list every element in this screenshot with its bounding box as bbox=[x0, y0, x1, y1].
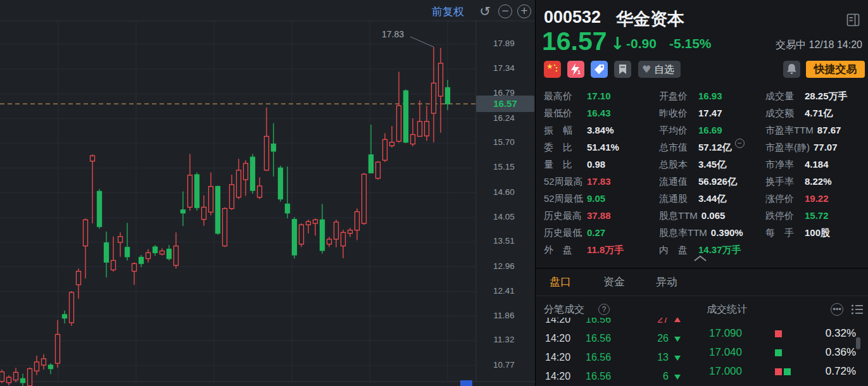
candle-body bbox=[21, 378, 25, 382]
adjust-mode-link[interactable]: 前复权 bbox=[432, 4, 464, 19]
candle-body bbox=[369, 155, 374, 173]
flash-level-icon: 1 bbox=[567, 61, 584, 78]
stat-value: 3.84% bbox=[587, 121, 614, 139]
volume-stats-title: 成交统计 bbox=[707, 303, 747, 316]
panel-layout-icon[interactable] bbox=[846, 13, 860, 27]
candle-body bbox=[56, 334, 60, 363]
candle-body bbox=[258, 186, 262, 197]
tape-quantity: 27 bbox=[618, 318, 669, 327]
tape-row: 14:2016.566 bbox=[536, 369, 698, 384]
zoom-in-icon[interactable]: + bbox=[517, 4, 531, 18]
stat-label: 总市值 bbox=[659, 139, 695, 156]
more-options-icon[interactable]: ••• bbox=[831, 303, 843, 316]
stat-row: 成交量28.25万手 bbox=[765, 87, 865, 104]
stat-row: 成交额4.71亿 bbox=[765, 104, 865, 121]
candle-body bbox=[174, 246, 179, 266]
volume-stats-list[interactable]: 17.0900.32%17.0400.36%17.0000.72% bbox=[700, 318, 865, 386]
y-axis-tick: 15.70 bbox=[477, 137, 531, 147]
down-triangle-icon bbox=[674, 375, 681, 380]
stat-row: 市盈率TTM87.67 bbox=[765, 121, 865, 139]
stat-label: 成交额 bbox=[765, 104, 801, 121]
y-axis-tick: 15.15 bbox=[477, 162, 531, 171]
candle-body bbox=[160, 251, 165, 254]
tab-2[interactable]: 资金 bbox=[603, 275, 625, 289]
candle-body bbox=[139, 258, 144, 264]
candle-body bbox=[0, 372, 4, 382]
candle-body bbox=[320, 220, 325, 250]
list-view-icon[interactable] bbox=[851, 304, 864, 315]
app-window: 前复权 ↺ − + 17.83 17.8917.3416.7916.2415.7… bbox=[0, 0, 868, 386]
candle-body bbox=[14, 372, 18, 380]
candle-body bbox=[49, 365, 53, 369]
candle-body bbox=[355, 212, 360, 230]
stat-label: 52周最高 bbox=[544, 173, 583, 190]
candle-body bbox=[223, 209, 227, 246]
stat-row: 换手率8.22% bbox=[765, 173, 865, 190]
candle-body bbox=[153, 247, 158, 252]
stat-row: 跌停价15.72 bbox=[765, 207, 865, 224]
note-bookmark-icon[interactable] bbox=[614, 61, 631, 78]
candle-body bbox=[334, 222, 339, 239]
tape-row: 14:2016.5613 bbox=[536, 350, 698, 365]
tape-list[interactable]: 14:2016.562714:2016.562614:2016.561314:2… bbox=[536, 318, 698, 386]
stat-value: 16.93 bbox=[698, 87, 722, 104]
stat-label: 委 比 bbox=[544, 139, 583, 156]
stat-label: 量 比 bbox=[544, 156, 583, 173]
reset-view-icon[interactable]: ↺ bbox=[478, 4, 492, 18]
candle-body bbox=[383, 139, 387, 160]
candle-body bbox=[272, 144, 276, 151]
candle-body bbox=[125, 247, 130, 257]
stat-value: 19.22 bbox=[805, 190, 829, 207]
label-tag-icon bbox=[591, 61, 608, 78]
stat-value: 56.926亿 bbox=[698, 173, 737, 190]
help-icon[interactable]: ? bbox=[598, 304, 610, 315]
y-axis-tick: 16.24 bbox=[477, 113, 531, 123]
tab-3[interactable]: 异动 bbox=[656, 275, 677, 289]
stat-row: 昨收价17.47 bbox=[659, 104, 764, 121]
candle-body bbox=[104, 243, 109, 263]
stat-row: 历史最低0.27 bbox=[544, 224, 655, 241]
stat-label: 成交量 bbox=[765, 87, 801, 104]
y-axis-tick: 12.41 bbox=[477, 286, 531, 296]
stat-value: 8.22% bbox=[805, 173, 832, 190]
stat-value: 51.41% bbox=[587, 139, 619, 156]
volume-pct: 0.72% bbox=[826, 364, 856, 379]
tape-quantity: 6 bbox=[618, 369, 669, 384]
quick-trade-button[interactable]: 快捷交易 bbox=[806, 61, 865, 78]
candlestick-chart-region[interactable]: 前复权 ↺ − + 17.83 17.8917.3416.7916.2415.7… bbox=[0, 0, 535, 386]
stat-row: 外 盘11.8万手 bbox=[544, 241, 655, 258]
info-icon[interactable]: ••• bbox=[735, 139, 745, 148]
volume-pct: 0.36% bbox=[826, 345, 856, 360]
stat-value: 0.27 bbox=[587, 224, 605, 241]
tape-price: 16.56 bbox=[586, 318, 611, 327]
price-change-pct: -5.15% bbox=[669, 36, 712, 51]
stat-row: 流通股3.44亿 bbox=[659, 190, 764, 207]
tab-1[interactable]: 盘口 bbox=[550, 275, 571, 289]
stats-column-3: 成交量28.25万手成交额4.71亿市盈率TTM87.67市盈率(静)77.07… bbox=[765, 87, 865, 241]
stat-value: 100股 bbox=[805, 224, 830, 241]
scrollbar-thumb[interactable] bbox=[856, 337, 860, 349]
add-watchlist-button[interactable]: ♥自选 bbox=[638, 61, 681, 78]
candle-body bbox=[84, 220, 88, 246]
stat-row: 振 幅3.84% bbox=[544, 121, 655, 139]
green-volume-square-icon bbox=[775, 349, 782, 356]
y-axis-tick: 10.77 bbox=[477, 360, 531, 370]
stat-value: 0.390% bbox=[711, 224, 743, 241]
section-divider bbox=[536, 268, 868, 269]
candle-body bbox=[397, 106, 401, 141]
stat-value: 15.72 bbox=[805, 207, 829, 224]
y-axis-tick: 13.51 bbox=[477, 236, 531, 246]
stat-value: 4.184 bbox=[805, 156, 829, 173]
collapse-stats-chevron-icon[interactable] bbox=[693, 254, 708, 263]
alert-bell-button[interactable] bbox=[783, 61, 800, 78]
candle-body bbox=[362, 174, 367, 223]
candle-body bbox=[299, 225, 304, 244]
stat-value: 77.07 bbox=[814, 139, 838, 156]
zoom-out-icon[interactable]: − bbox=[498, 4, 512, 18]
candle-body bbox=[292, 220, 297, 255]
candle-body bbox=[411, 135, 415, 144]
candle-body bbox=[244, 163, 248, 180]
stock-code: 000532 bbox=[544, 8, 601, 27]
candlestick-chart[interactable] bbox=[0, 0, 535, 386]
candle-body bbox=[418, 121, 422, 137]
